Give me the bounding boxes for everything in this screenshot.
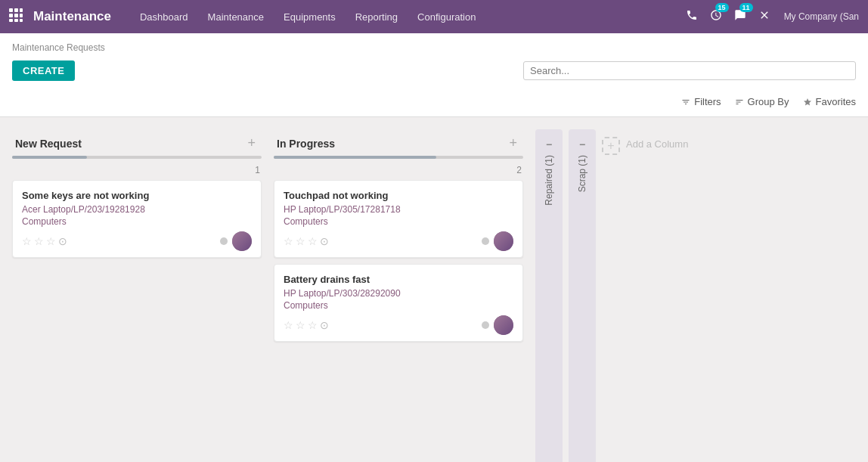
menu-configuration[interactable]: Configuration <box>410 8 483 26</box>
status-dot <box>482 237 489 245</box>
progress-bar-new-request <box>12 156 262 159</box>
card-clock-icon: ⊙ <box>320 319 329 331</box>
kanban-board: New Request + 1 Some keys are not workin… <box>0 117 868 462</box>
avatar <box>494 315 513 335</box>
add-column-area[interactable]: + Add a Column <box>602 129 753 462</box>
kanban-column-repaired[interactable]: − Repaired (1) <box>535 129 563 462</box>
favorites-label: Favorites <box>816 96 856 107</box>
card-ref: HP Laptop/LP/303/28292090 <box>284 288 513 299</box>
menu-maintenance[interactable]: Maintenance <box>200 8 271 26</box>
progress-bar-in-progress <box>274 156 523 159</box>
card-stars[interactable]: ☆ ☆ ☆ ⊙ <box>284 319 329 331</box>
kanban-column-scrap[interactable]: − Scrap (1) <box>569 129 596 462</box>
add-card-new-request[interactable]: + <box>244 135 259 151</box>
col-label-scrap: Scrap (1) <box>577 155 587 192</box>
card-ref: Acer Laptop/LP/203/19281928 <box>22 204 252 215</box>
card-stars[interactable]: ☆ ☆ ☆ ⊙ <box>284 235 329 247</box>
svg-rect-2 <box>20 8 23 12</box>
group-by-button[interactable]: Group By <box>735 93 789 110</box>
breadcrumb: Maintenance Requests <box>12 39 856 56</box>
collapse-repaired-icon[interactable]: − <box>546 138 552 150</box>
card-category: Computers <box>22 216 252 227</box>
card-stars[interactable]: ☆ ☆ ☆ ⊙ <box>22 235 67 247</box>
star-2[interactable]: ☆ <box>296 319 305 331</box>
menu-dashboard[interactable]: Dashboard <box>132 8 196 26</box>
star-3[interactable]: ☆ <box>308 319 318 331</box>
col-title-in-progress: In Progress <box>277 138 335 150</box>
card-footer: ☆ ☆ ☆ ⊙ <box>284 231 513 251</box>
clock-badge: 15 <box>715 3 729 12</box>
menu-equipments[interactable]: Equipments <box>276 8 343 26</box>
add-column-plus-icon[interactable]: + <box>602 137 620 155</box>
filters-label: Filters <box>694 96 721 107</box>
card-title: Battery drains fast <box>284 274 513 285</box>
filters-button[interactable]: Filters <box>681 93 721 110</box>
svg-rect-1 <box>14 8 18 12</box>
main-menu: Dashboard Maintenance Equipments Reporti… <box>132 8 683 26</box>
favorites-button[interactable]: Favorites <box>803 93 856 110</box>
status-dot <box>220 237 228 245</box>
card-clock-icon: ⊙ <box>58 235 67 247</box>
status-dot <box>482 321 489 329</box>
avatar <box>232 231 252 251</box>
kanban-column-in-progress: In Progress + 2 Touchpad not working HP … <box>274 129 523 462</box>
card-title: Some keys are not working <box>22 190 252 201</box>
kanban-col-header-new-request: New Request + <box>12 129 262 156</box>
kanban-col-header-in-progress: In Progress + <box>274 129 523 156</box>
card-footer-right <box>482 315 513 335</box>
add-card-in-progress[interactable]: + <box>506 135 520 151</box>
svg-rect-3 <box>9 14 13 17</box>
card-footer: ☆ ☆ ☆ ⊙ <box>22 231 252 251</box>
card-clock-icon: ⊙ <box>320 235 329 247</box>
col-count-in-progress: 2 <box>274 165 523 175</box>
card-ref: HP Laptop/LP/305/17281718 <box>284 204 513 215</box>
card-category: Computers <box>284 300 513 311</box>
col-label-repaired: Repaired (1) <box>544 155 554 206</box>
star-3[interactable]: ☆ <box>308 235 318 247</box>
star-2[interactable]: ☆ <box>34 235 44 247</box>
svg-rect-0 <box>9 8 13 12</box>
star-3[interactable]: ☆ <box>46 235 56 247</box>
subheader: Maintenance Requests CREATE Filters Grou… <box>0 33 868 117</box>
menu-reporting[interactable]: Reporting <box>348 8 405 26</box>
card-footer: ☆ ☆ ☆ ⊙ <box>284 315 513 335</box>
card-footer-right <box>220 231 252 251</box>
kanban-column-new-request: New Request + 1 Some keys are not workin… <box>12 129 262 462</box>
create-button[interactable]: CREATE <box>12 60 75 81</box>
group-by-label: Group By <box>748 96 789 107</box>
filter-bar: Filters Group By Favorites <box>12 88 856 116</box>
kanban-card[interactable]: Touchpad not working HP Laptop/LP/305/17… <box>274 180 523 258</box>
search-input[interactable] <box>530 65 849 76</box>
app-title: Maintenance <box>33 9 111 24</box>
star-1[interactable]: ☆ <box>284 235 293 247</box>
clock-badge-btn[interactable]: 15 <box>707 6 725 27</box>
svg-rect-6 <box>9 19 13 22</box>
top-navigation: ​ Maintenance Dashboard Maintenance Equi… <box>0 0 868 33</box>
card-title: Touchpad not working <box>284 190 513 201</box>
kanban-card[interactable]: Battery drains fast HP Laptop/LP/303/282… <box>274 264 523 342</box>
col-count-new-request: 1 <box>12 165 262 175</box>
kanban-card[interactable]: Some keys are not working Acer Laptop/LP… <box>12 180 262 258</box>
svg-rect-4 <box>14 14 18 17</box>
company-label: My Company (San <box>784 11 859 22</box>
col-title-new-request: New Request <box>15 138 82 150</box>
star-1[interactable]: ☆ <box>22 235 32 247</box>
search-bar[interactable] <box>523 61 856 80</box>
close-icon-btn[interactable] <box>755 6 773 27</box>
add-column-label: Add a Column <box>626 137 688 150</box>
card-category: Computers <box>284 216 513 227</box>
avatar <box>494 231 513 251</box>
col-header-right-in-progress: + <box>506 135 520 151</box>
phone-icon-btn[interactable] <box>683 6 701 27</box>
svg-rect-5 <box>20 14 23 17</box>
topnav-right-actions: 15 11 My Company (San <box>683 6 859 27</box>
svg-rect-7 <box>14 19 18 22</box>
messages-badge: 11 <box>739 3 753 12</box>
collapse-scrap-icon[interactable]: − <box>579 138 585 150</box>
messages-badge-btn[interactable]: 11 <box>731 6 749 27</box>
col-header-right-new-request: + <box>244 135 259 151</box>
svg-rect-8 <box>20 19 23 22</box>
star-2[interactable]: ☆ <box>296 235 305 247</box>
star-1[interactable]: ☆ <box>284 319 293 331</box>
grid-icon[interactable]: ​ <box>9 8 23 26</box>
